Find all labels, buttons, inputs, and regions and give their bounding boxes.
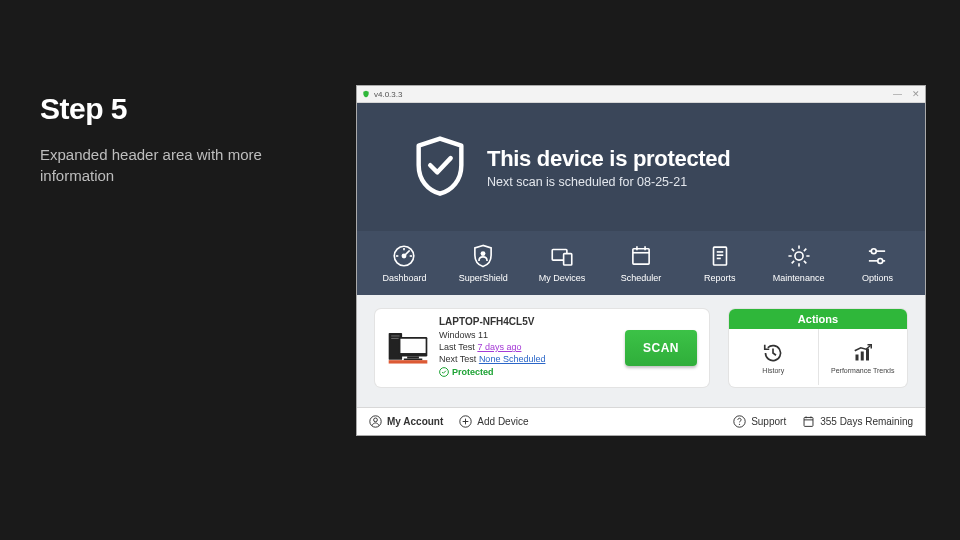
- footer-label: 355 Days Remaining: [820, 416, 913, 427]
- plus-circle-icon: [459, 415, 472, 428]
- svg-rect-24: [391, 338, 399, 339]
- svg-rect-29: [389, 360, 428, 363]
- nav-scheduler[interactable]: Scheduler: [605, 243, 677, 283]
- nav-label: SuperShield: [459, 273, 508, 283]
- svg-rect-41: [804, 417, 813, 426]
- svg-rect-28: [404, 359, 422, 361]
- action-label: Performance Trends: [831, 367, 894, 374]
- window-titlebar: v4.0.3.3 — ✕: [357, 86, 925, 103]
- app-window: v4.0.3.3 — ✕ This device is protected Ne…: [356, 85, 926, 436]
- footer-add-device[interactable]: Add Device: [459, 415, 528, 428]
- options-icon: [864, 243, 890, 269]
- scan-button[interactable]: SCAN: [625, 330, 697, 366]
- protected-label: Protected: [452, 366, 494, 378]
- devices-icon: [549, 243, 575, 269]
- actions-card: Actions History Perf: [729, 309, 907, 387]
- window-close-button[interactable]: ✕: [912, 89, 920, 99]
- footer-label: Add Device: [477, 416, 528, 427]
- svg-point-40: [739, 424, 740, 425]
- device-card: LAPTOP-NFH4CL5V Windows 11 Last Test 7 d…: [375, 309, 709, 387]
- nav-label: Options: [862, 273, 893, 283]
- svg-point-6: [481, 251, 486, 256]
- footer-label: My Account: [387, 416, 443, 427]
- dashboard-icon: [391, 243, 417, 269]
- protected-shield-icon: [411, 135, 469, 199]
- slide-step-title: Step 5: [40, 92, 320, 126]
- check-circle-icon: [439, 367, 449, 377]
- main-nav: Dashboard SuperShield My Devices Schedul…: [357, 231, 925, 295]
- maintenance-icon: [786, 243, 812, 269]
- nav-maintenance[interactable]: Maintenance: [763, 243, 835, 283]
- trends-icon: [851, 341, 875, 365]
- nav-supershield[interactable]: SuperShield: [447, 243, 519, 283]
- action-history[interactable]: History: [729, 329, 818, 385]
- hero-title: This device is protected: [487, 146, 730, 172]
- nav-options[interactable]: Options: [841, 243, 913, 283]
- supershield-icon: [470, 243, 496, 269]
- reports-icon: [707, 243, 733, 269]
- svg-point-21: [878, 258, 883, 263]
- svg-rect-27: [407, 356, 419, 358]
- calendar-icon: [802, 415, 815, 428]
- footer-label: Support: [751, 416, 786, 427]
- last-test-link[interactable]: 7 days ago: [477, 342, 521, 352]
- svg-line-2: [404, 250, 410, 256]
- nav-dashboard[interactable]: Dashboard: [368, 243, 440, 283]
- svg-rect-31: [855, 354, 858, 360]
- footer-days-remaining[interactable]: 355 Days Remaining: [802, 415, 913, 428]
- device-os: Windows 11: [439, 329, 615, 341]
- nav-label: Reports: [704, 273, 736, 283]
- help-icon: [733, 415, 746, 428]
- nav-reports[interactable]: Reports: [684, 243, 756, 283]
- next-test-label: Next Test: [439, 354, 476, 364]
- next-test-link[interactable]: None Scheduled: [479, 354, 546, 364]
- action-label: History: [762, 367, 784, 374]
- actions-header: Actions: [729, 309, 907, 329]
- nav-label: Scheduler: [621, 273, 662, 283]
- nav-label: My Devices: [539, 273, 586, 283]
- hero-banner: This device is protected Next scan is sc…: [357, 103, 925, 231]
- app-shield-icon: [362, 90, 370, 98]
- footer-support[interactable]: Support: [733, 415, 786, 428]
- svg-point-35: [374, 418, 378, 422]
- svg-rect-9: [633, 249, 649, 264]
- svg-point-19: [872, 249, 877, 254]
- svg-rect-23: [391, 335, 399, 336]
- scheduler-icon: [628, 243, 654, 269]
- action-performance-trends[interactable]: Performance Trends: [818, 329, 908, 385]
- history-icon: [761, 341, 785, 365]
- window-minimize-button[interactable]: —: [893, 89, 902, 99]
- svg-point-17: [795, 252, 803, 260]
- slide-step-description: Expanded header area with more informati…: [40, 144, 320, 186]
- footer-my-account[interactable]: My Account: [369, 415, 443, 428]
- device-name: LAPTOP-NFH4CL5V: [439, 315, 615, 329]
- nav-label: Dashboard: [382, 273, 426, 283]
- app-version-label: v4.0.3.3: [374, 90, 402, 99]
- nav-label: Maintenance: [773, 273, 825, 283]
- svg-rect-8: [564, 254, 572, 265]
- hero-subtitle: Next scan is scheduled for 08-25-21: [487, 175, 730, 189]
- desktop-monitor-icon: [387, 328, 429, 368]
- nav-my-devices[interactable]: My Devices: [526, 243, 598, 283]
- last-test-label: Last Test: [439, 342, 475, 352]
- svg-rect-33: [866, 348, 869, 360]
- svg-rect-26: [400, 339, 425, 353]
- footer-bar: My Account Add Device Support 355 Days R…: [357, 407, 925, 435]
- user-icon: [369, 415, 382, 428]
- svg-rect-32: [861, 351, 864, 360]
